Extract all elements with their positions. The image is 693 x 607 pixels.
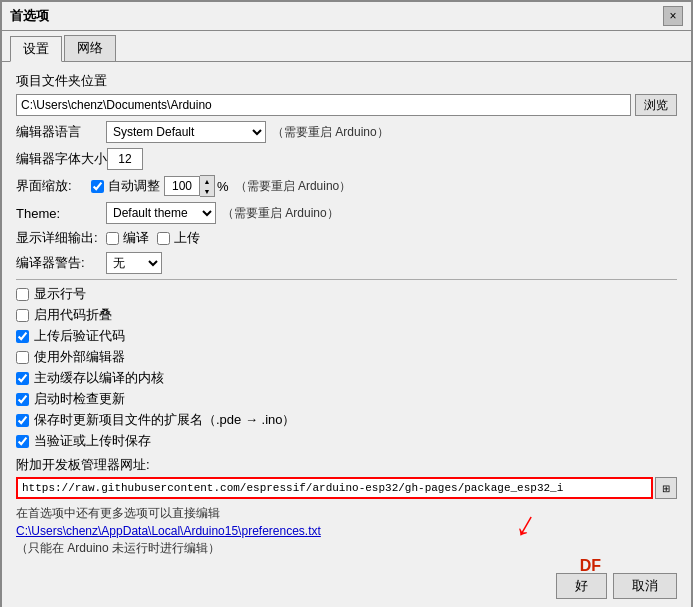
tab-bar: 设置 网络 — [2, 31, 691, 62]
url-edit-button[interactable]: ⊞ — [655, 477, 677, 499]
show-line-numbers-label[interactable]: 显示行号 — [34, 285, 86, 303]
update-extension-checkbox[interactable] — [16, 414, 29, 427]
project-folder-input[interactable] — [16, 94, 631, 116]
external-editor-checkbox[interactable] — [16, 351, 29, 364]
verify-after-upload-checkbox[interactable] — [16, 330, 29, 343]
compiler-warning-row: 编译器警告: 无 — [16, 252, 677, 274]
zoom-spinner: ▲ ▼ — [200, 175, 215, 197]
verify-after-upload-label[interactable]: 上传后验证代码 — [34, 327, 125, 345]
divider1 — [16, 279, 677, 280]
zoom-down-button[interactable]: ▼ — [200, 186, 214, 196]
url-label: 附加开发板管理器网址: — [16, 456, 677, 474]
editor-language-hint: （需要重启 Arduino） — [272, 124, 389, 141]
show-line-numbers-checkbox[interactable] — [16, 288, 29, 301]
checkbox-row-3: 使用外部编辑器 — [16, 348, 677, 366]
zoom-input-wrap: ▲ ▼ % — [164, 175, 229, 197]
cache-compiled-core-label[interactable]: 主动缓存以编译的内核 — [34, 369, 164, 387]
zoom-value-input[interactable] — [164, 176, 200, 196]
tab-network[interactable]: 网络 — [64, 35, 116, 61]
theme-label: Theme: — [16, 206, 106, 221]
checkbox-row-4: 主动缓存以编译的内核 — [16, 369, 677, 387]
ok-button[interactable]: 好 — [556, 573, 607, 599]
code-folding-label[interactable]: 启用代码折叠 — [34, 306, 112, 324]
zoom-auto-label[interactable]: 自动调整 — [91, 177, 160, 195]
compiler-warning-label: 编译器警告: — [16, 254, 106, 272]
output-label: 显示详细输出: — [16, 229, 106, 247]
compile-checkbox[interactable] — [106, 232, 119, 245]
theme-row: Theme: Default theme （需要重启 Arduino） — [16, 202, 677, 224]
info-line2: C:\Users\chenz\AppData\Local\Arduino15\p… — [16, 524, 677, 538]
editor-font-size-row: 编辑器字体大小 — [16, 148, 677, 170]
checkbox-row-0: 显示行号 — [16, 285, 677, 303]
external-editor-label[interactable]: 使用外部编辑器 — [34, 348, 125, 366]
zoom-unit: % — [217, 179, 229, 194]
browse-button[interactable]: 浏览 — [635, 94, 677, 116]
title-bar: 首选项 × — [2, 2, 691, 31]
zoom-row: 界面缩放: 自动调整 ▲ ▼ % （需要重启 Arduino） — [16, 175, 677, 197]
preferences-dialog: 首选项 × 设置 网络 项目文件夹位置 浏览 编辑器语言 System Defa… — [0, 0, 693, 607]
check-update-checkbox[interactable] — [16, 393, 29, 406]
url-input[interactable] — [16, 477, 653, 499]
checkbox-row-6: 保存时更新项目文件的扩展名（.pde → .ino） — [16, 411, 677, 429]
checkbox-row-2: 上传后验证代码 — [16, 327, 677, 345]
url-edit-icon: ⊞ — [662, 483, 670, 494]
upload-checkbox-label[interactable]: 上传 — [157, 229, 200, 247]
save-before-upload-checkbox[interactable] — [16, 435, 29, 448]
cancel-button[interactable]: 取消 — [613, 573, 677, 599]
editor-language-row: 编辑器语言 System Default （需要重启 Arduino） — [16, 121, 677, 143]
checkbox-row-1: 启用代码折叠 — [16, 306, 677, 324]
editor-font-size-input[interactable] — [107, 148, 143, 170]
checkbox-row-5: 启动时检查更新 — [16, 390, 677, 408]
url-section: 附加开发板管理器网址: ⊞ — [16, 456, 677, 499]
editor-language-label: 编辑器语言 — [16, 123, 106, 141]
watermark: DF — [580, 557, 601, 575]
dialog-title: 首选项 — [10, 7, 49, 25]
info-line3: （只能在 Arduino 未运行时进行编辑） — [16, 540, 677, 557]
compiler-warning-select[interactable]: 无 — [106, 252, 162, 274]
project-folder-label: 项目文件夹位置 — [16, 72, 677, 90]
footer: ↓ DF 好 取消 — [2, 567, 691, 607]
zoom-label: 界面缩放: — [16, 177, 91, 195]
code-folding-checkbox[interactable] — [16, 309, 29, 322]
zoom-up-button[interactable]: ▲ — [200, 176, 214, 186]
upload-checkbox[interactable] — [157, 232, 170, 245]
save-before-upload-label[interactable]: 当验证或上传时保存 — [34, 432, 151, 450]
editor-language-select[interactable]: System Default — [106, 121, 266, 143]
checkbox-row-7: 当验证或上传时保存 — [16, 432, 677, 450]
compile-checkbox-label[interactable]: 编译 — [106, 229, 149, 247]
editor-font-size-label: 编辑器字体大小 — [16, 150, 107, 168]
cache-compiled-core-checkbox[interactable] — [16, 372, 29, 385]
info-line1: 在首选项中还有更多选项可以直接编辑 — [16, 505, 677, 522]
theme-hint: （需要重启 Arduino） — [222, 205, 339, 222]
close-button[interactable]: × — [663, 6, 683, 26]
url-row: ⊞ — [16, 477, 677, 499]
theme-select[interactable]: Default theme — [106, 202, 216, 224]
tab-settings[interactable]: 设置 — [10, 36, 62, 62]
info-section: 在首选项中还有更多选项可以直接编辑 C:\Users\chenz\AppData… — [16, 505, 677, 557]
output-row: 显示详细输出: 编译 上传 — [16, 229, 677, 247]
check-update-label[interactable]: 启动时检查更新 — [34, 390, 125, 408]
update-extension-label[interactable]: 保存时更新项目文件的扩展名（.pde → .ino） — [34, 411, 296, 429]
settings-content: 项目文件夹位置 浏览 编辑器语言 System Default （需要重启 Ar… — [2, 62, 691, 567]
zoom-auto-checkbox[interactable] — [91, 180, 104, 193]
project-folder-row: 浏览 — [16, 94, 677, 116]
zoom-hint: （需要重启 Arduino） — [235, 178, 352, 195]
